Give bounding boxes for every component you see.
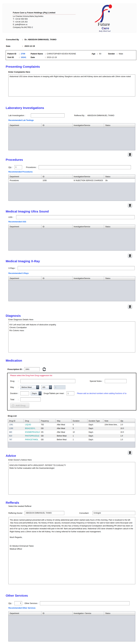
procedures-label: Procedures :: [26, 166, 37, 168]
column-header[interactable]: Status: [104, 124, 135, 127]
frequency-dropdown[interactable]: OD ▼: [41, 385, 52, 389]
column-header[interactable]: Qty: [119, 419, 135, 423]
column-header[interactable]: ID: [42, 175, 72, 178]
column-header[interactable]: Investigation/Service: [72, 225, 104, 228]
table-cell: [103, 430, 119, 434]
uss-trash-row: ↻: [0, 254, 132, 258]
column-header[interactable]: Status: [104, 225, 135, 228]
other-qty-label: Qty :: [8, 602, 14, 604]
column-header[interactable]: Duration: [72, 419, 88, 423]
duration-input[interactable]: [20, 391, 29, 395]
diagnosis-textarea[interactable]: KIV Left renal Colic with features of ob…: [8, 322, 135, 352]
chevron-down-icon: ▼: [49, 385, 52, 389]
column-header[interactable]: Drug ID: [8, 419, 24, 423]
column-header[interactable]: ID: [42, 225, 72, 228]
special-notes-input[interactable]: [105, 379, 126, 383]
uss-input[interactable]: [16, 215, 135, 219]
lab-investigation-label: Lab Investingation :: [8, 114, 31, 116]
complaints-textarea[interactable]: Abdominal USS done shows features in kee…: [8, 74, 135, 96]
logo-heart-icon: ♥: [104, 28, 104, 29]
recommended-procedures-link[interactable]: Recommended Procedures: [8, 171, 139, 173]
refresh-icon[interactable]: [42, 367, 46, 372]
table-row[interactable]: 880ESOMEPRAZOLEHSAfter Meal10Day/s10.0: [8, 430, 135, 434]
procedures-qty-input[interactable]: [14, 165, 22, 169]
advice-textarea[interactable]: DISCUSS FINDINGS WITH UROLOGIST- PATIENT…: [8, 462, 135, 494]
column-header[interactable]: Way: [56, 419, 72, 423]
other-services-input[interactable]: [40, 601, 130, 605]
column-header[interactable]: Department: [8, 612, 42, 615]
procedures-delete-button[interactable]: ↻: [128, 203, 132, 208]
column-header[interactable]: Duration Type: [88, 419, 103, 423]
duration-unit-dropdown[interactable]: Day/s ▼: [31, 391, 42, 395]
table-row[interactable]: Procedures1035IV INJECTION SERVICE CHARG…: [8, 179, 135, 182]
column-header[interactable]: Drug: [24, 419, 40, 423]
add-drug-label: Add Drug: [16, 404, 26, 407]
table-cell: [103, 438, 119, 442]
column-header[interactable]: ID: [42, 276, 72, 280]
column-header[interactable]: Fequency: [40, 419, 56, 423]
add-drug-button[interactable]: + Add Drug: [10, 403, 29, 408]
colon: :: [18, 398, 20, 400]
lab-investigation-input[interactable]: [31, 114, 64, 118]
table-row[interactable]: 767PARACETAMOLODBefore Meal1Day/s1.0: [8, 438, 135, 442]
table-cell: Ok: [104, 179, 135, 182]
table-cell: TID: [40, 423, 56, 426]
table-cell: 1295: [8, 426, 24, 430]
frequency-count-field: 1: [54, 385, 66, 389]
table-cell: Day/s: [88, 423, 103, 426]
prescription-id-input[interactable]: [24, 367, 40, 371]
procedures-input[interactable]: [38, 165, 131, 169]
per-meal-input[interactable]: [66, 391, 74, 395]
column-header[interactable]: Status: [104, 175, 135, 178]
table-cell: 10.0: [119, 426, 135, 430]
drug-delete-button[interactable]: ↻: [128, 450, 132, 455]
xray-delete-button[interactable]: ↻: [128, 304, 132, 309]
other-services-entry-row: Qty : Other Services :: [8, 601, 139, 606]
patient-row-2: Visit ID : 10241 Date : 2023-12-19: [7, 56, 136, 59]
consultant-input[interactable]: [92, 511, 135, 515]
uss-delete-button[interactable]: ↻: [128, 254, 132, 258]
column-header[interactable]: Status: [104, 612, 135, 615]
column-header[interactable]: Department: [8, 124, 42, 127]
visit-id-label: Visit ID: [7, 56, 19, 58]
referring-doctor-label: Reffering Doctor: [8, 512, 22, 514]
total-input[interactable]: [20, 398, 41, 402]
referral-letter-textarea[interactable]: The above named patienyt presented with …: [8, 517, 135, 584]
drug-input[interactable]: [20, 379, 75, 383]
procedures-trash-row: ↻: [0, 203, 132, 208]
recommended-uss-link[interactable]: Recommended USS: [8, 220, 139, 223]
way-dropdown[interactable]: Before Meal ▼: [20, 385, 39, 389]
column-header[interactable]: Status: [104, 276, 135, 280]
column-header[interactable]: ID: [42, 124, 72, 127]
drug-list-title: Drug List: [8, 415, 139, 417]
prescription-id-label: Prescription ID :: [8, 368, 23, 370]
table-cell: PANTOPRAZOLE: [24, 434, 40, 438]
xray-input[interactable]: [18, 266, 135, 270]
column-header[interactable]: Department: [8, 276, 42, 280]
column-header[interactable]: Investigation/Service: [72, 276, 104, 280]
column-header[interactable]: ID: [42, 612, 72, 615]
procedures-entry-row: Qty : Procedures :: [8, 165, 139, 170]
column-header[interactable]: Department: [8, 175, 42, 178]
patient-row-1: Patient ID : 2709 Patient Name : CHRISTO…: [7, 52, 136, 56]
table-row[interactable]: 1391LIQUIDTIDAfter Meal5Day/s10ml three …: [8, 423, 135, 426]
recommended-other-link[interactable]: Recommended Other Services: [8, 607, 139, 609]
referring-doctor-input[interactable]: [24, 511, 64, 515]
company-title-rest: Future Holdings (Pty) Limited: [27, 12, 55, 14]
lab-delete-button[interactable]: ↻: [128, 152, 132, 157]
consulted-by-value: Dr. ABIODUN EMMANUEL TAIWO: [24, 38, 56, 41]
column-header[interactable]: Investigation / Service: [72, 612, 104, 615]
colon: :: [45, 52, 47, 55]
table-row[interactable]: 1295BISACODYLODAfter Meal5Day/s10.0: [8, 426, 135, 430]
recommended-xray-link[interactable]: Recommended X-Rays: [8, 272, 139, 274]
recommended-lab-link[interactable]: Recommended Lab Testings: [8, 119, 139, 122]
drug-entry-panel: Please select the Drug from Drug suggess…: [7, 373, 136, 410]
column-header[interactable]: Department: [8, 225, 42, 228]
consultation-report-page: Future Care by Future Holdings (Pty) Lim…: [0, 4, 139, 644]
column-header[interactable]: Investigation/Service: [72, 124, 104, 127]
lab-table: Department ID Investigation/Service Stat…: [8, 123, 135, 150]
table-row[interactable]: 610PANTOPRAZOLEODBefore Meal1Day/s1.0: [8, 434, 135, 438]
column-header[interactable]: Note: [103, 419, 119, 423]
other-qty-input[interactable]: [14, 601, 22, 605]
column-header[interactable]: Investigation/Service: [72, 175, 104, 178]
